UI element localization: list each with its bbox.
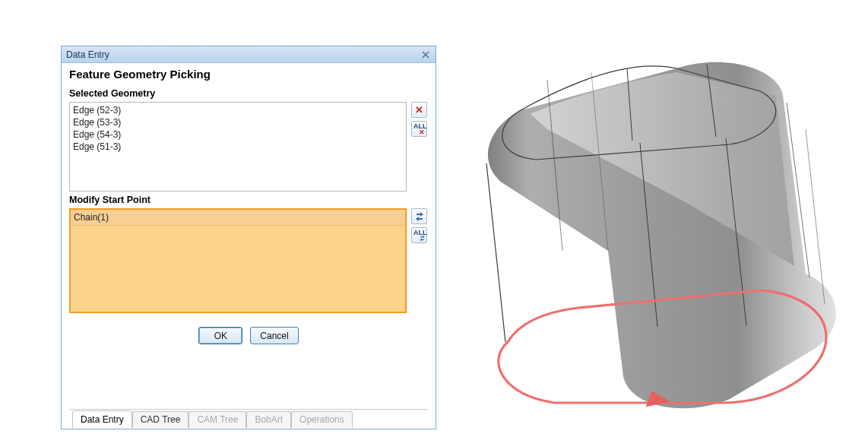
ok-button[interactable]: OK [198, 327, 242, 344]
tab-data-entry[interactable]: Data Entry [72, 410, 132, 428]
3d-viewport[interactable] [448, 23, 851, 418]
window-title: Data Entry [66, 49, 419, 60]
swap-arrows-icon [419, 235, 426, 242]
cancel-button[interactable]: Cancel [250, 327, 298, 344]
dialog-content: Feature Geometry Picking Selected Geomet… [62, 63, 436, 429]
remove-button[interactable]: ✕ [411, 102, 427, 118]
list-item[interactable]: Chain(1) [71, 210, 405, 226]
modify-start-point-list[interactable]: Chain(1) [69, 208, 407, 313]
modify-start-point-heading: Modify Start Point [69, 195, 428, 205]
x-icon: ✕ [415, 104, 423, 116]
tab-operations[interactable]: Operations [291, 411, 353, 428]
reverse-button[interactable] [411, 208, 427, 224]
bottom-tabs: Data Entry CAD Tree CAM Tree BobArt Oper… [69, 409, 428, 427]
list-item[interactable]: Edge (51-3) [73, 141, 403, 153]
selected-geometry-heading: Selected Geometry [69, 88, 428, 99]
reverse-all-button[interactable]: ALL [411, 227, 427, 243]
svg-line-0 [486, 163, 505, 342]
titlebar[interactable]: Data Entry [62, 46, 436, 63]
list-item[interactable]: Edge (54-3) [73, 128, 403, 141]
list-item[interactable]: Edge (53-3) [73, 116, 403, 128]
tab-cad-tree[interactable]: CAD Tree [132, 411, 189, 428]
page-title: Feature Geometry Picking [69, 68, 428, 81]
swap-arrows-icon [414, 211, 425, 222]
tab-cam-tree[interactable]: CAM Tree [188, 411, 246, 428]
close-icon[interactable] [419, 49, 432, 61]
selected-geometry-list[interactable]: Edge (52-3) Edge (53-3) Edge (54-3) Edge… [69, 102, 407, 192]
remove-all-button[interactable]: ALL ✕ [411, 121, 427, 137]
model-preview [448, 23, 851, 418]
tab-bobart[interactable]: BobArt [246, 411, 291, 428]
x-icon: ✕ [419, 128, 425, 136]
list-item[interactable]: Edge (52-3) [73, 104, 403, 116]
data-entry-dialog: Data Entry Feature Geometry Picking Sele… [61, 46, 436, 429]
